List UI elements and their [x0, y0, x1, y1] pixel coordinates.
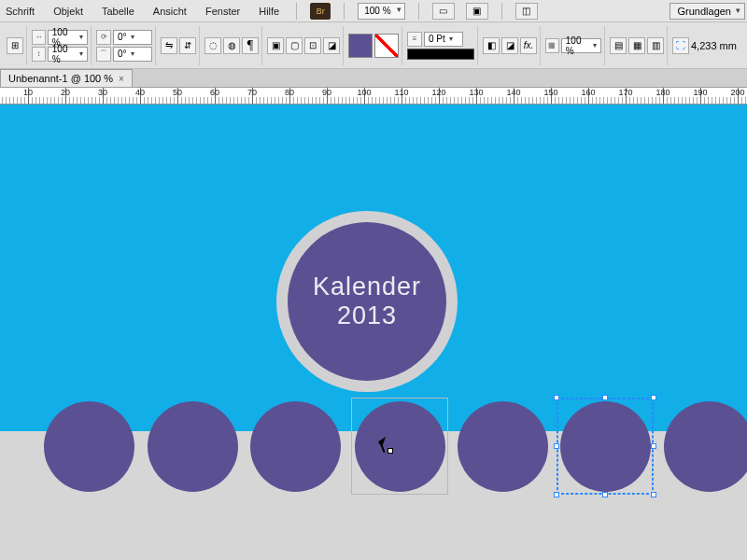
- month-circle: [664, 401, 747, 492]
- zoom-combo[interactable]: 100 %: [358, 3, 404, 20]
- separator: [418, 3, 419, 20]
- menubar: Schrift Objekt Tabelle Ansicht Fenster H…: [0, 0, 747, 22]
- menu-objekt[interactable]: Objekt: [49, 2, 87, 21]
- stroke-style-icon[interactable]: [407, 49, 474, 60]
- document-tab-bar: Unbenannt-1 @ 100 % ×: [0, 69, 747, 88]
- scale-x-field[interactable]: 100 %: [48, 30, 88, 45]
- drop-shadow-icon[interactable]: ◪: [501, 37, 518, 54]
- title-circle: Kalender 2013: [288, 222, 446, 381]
- menu-fenster[interactable]: Fenster: [202, 2, 244, 21]
- shear-field[interactable]: 0°: [113, 47, 152, 62]
- menu-hilfe[interactable]: Hilfe: [255, 2, 283, 21]
- menu-schrift[interactable]: Schrift: [2, 2, 38, 21]
- text-wrap-none-icon[interactable]: ▤: [610, 37, 627, 54]
- paragraph-icon[interactable]: ¶: [242, 37, 259, 54]
- stroke-weight-field[interactable]: 0 Pt: [424, 32, 463, 47]
- month-circle: [148, 401, 238, 492]
- month-circle: [458, 401, 548, 492]
- fit-content-icon[interactable]: ▣: [267, 37, 284, 54]
- scale-x-icon: ↔: [32, 30, 46, 45]
- menu-tabelle[interactable]: Tabelle: [98, 2, 138, 21]
- effects-icon[interactable]: fx.: [520, 37, 537, 54]
- screen-mode-icon[interactable]: ▣: [466, 3, 488, 20]
- document-tab[interactable]: Unbenannt-1 @ 100 % ×: [0, 69, 133, 87]
- close-icon[interactable]: ×: [119, 74, 124, 84]
- rotate-icon: ⟳: [96, 30, 111, 45]
- horizontal-ruler[interactable]: 0102030405060708090100110120130140150160…: [0, 88, 747, 105]
- title-line1: Kalender: [313, 273, 421, 301]
- transform-icon[interactable]: ⛶: [672, 37, 689, 54]
- month-circle: [560, 401, 651, 492]
- flip-horizontal-icon[interactable]: ⇋: [161, 37, 177, 54]
- opacity-percent-icon: ▦: [545, 38, 559, 53]
- view-mode-icon[interactable]: ▭: [432, 3, 455, 20]
- fill-swatch[interactable]: [348, 34, 373, 58]
- separator: [344, 3, 345, 20]
- month-circle: [44, 401, 134, 492]
- month-circle: [355, 401, 445, 492]
- title-circle-ring: Kalender 2013: [276, 211, 458, 392]
- scale-y-icon: ↕: [32, 47, 46, 62]
- document-tab-title: Unbenannt-1 @ 100 %: [8, 73, 113, 84]
- workspace-switcher[interactable]: Grundlagen: [669, 3, 746, 20]
- cursor-icon: [379, 439, 390, 455]
- reference-point-icon[interactable]: ⊞: [7, 37, 23, 54]
- select-container-icon[interactable]: ◌: [204, 37, 221, 54]
- bridge-button[interactable]: Br: [310, 3, 331, 20]
- scale-y-field[interactable]: 100 %: [48, 47, 88, 62]
- control-panel: ⊞ ↔100 % ↕100 % ⟳0° ⌒0° ⇋ ⇵ ◌ ◍ ¶ ▣ ▢ ⊡ …: [0, 22, 747, 69]
- text-wrap-jump-icon[interactable]: ▥: [647, 37, 664, 54]
- fill-frame-icon[interactable]: ◪: [323, 37, 340, 54]
- opacity-icon[interactable]: ◧: [483, 37, 500, 54]
- stroke-weight-icon: ≡: [407, 32, 422, 47]
- title-line2: 2013: [337, 301, 397, 330]
- opacity-field[interactable]: 100 %: [561, 38, 601, 53]
- select-content-icon[interactable]: ◍: [223, 37, 240, 54]
- separator: [501, 3, 502, 20]
- arrange-icon[interactable]: ◫: [515, 3, 538, 20]
- rotate-field[interactable]: 0°: [113, 30, 152, 45]
- center-content-icon[interactable]: ⊡: [304, 37, 321, 54]
- canvas[interactable]: Kalender 2013: [0, 105, 747, 560]
- stroke-swatch[interactable]: [374, 34, 399, 58]
- separator: [296, 3, 297, 20]
- measurement-field[interactable]: 4,233 mm: [691, 40, 745, 51]
- flip-vertical-icon[interactable]: ⇵: [179, 37, 196, 54]
- shear-icon: ⌒: [96, 47, 111, 62]
- month-circle: [250, 401, 341, 492]
- text-wrap-around-icon[interactable]: ▦: [628, 37, 645, 54]
- fit-frame-icon[interactable]: ▢: [286, 37, 303, 54]
- menu-ansicht[interactable]: Ansicht: [149, 2, 190, 21]
